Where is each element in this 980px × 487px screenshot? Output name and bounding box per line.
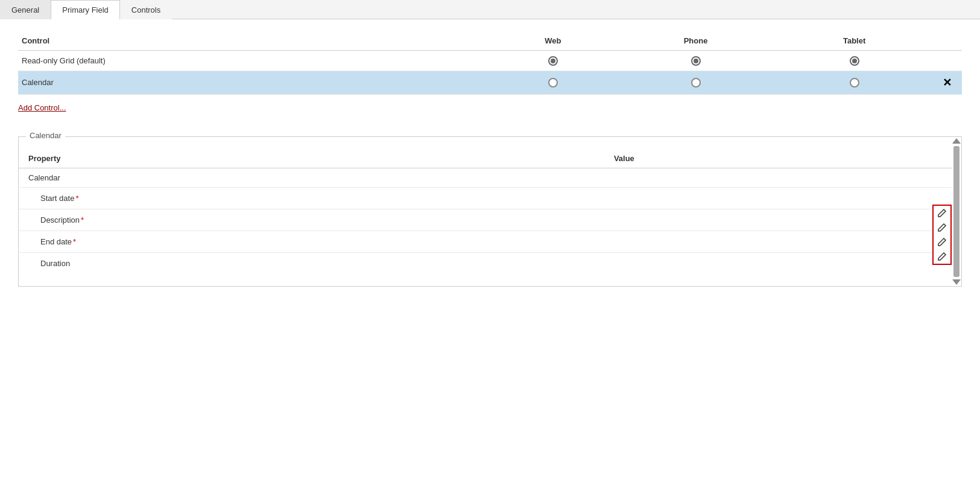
property-duration: Duration xyxy=(19,252,604,274)
edit-icons-group xyxy=(932,205,952,265)
property-table: Property Value Calendar Start date* xyxy=(19,149,952,274)
value-col-header: Value xyxy=(604,149,915,168)
property-label: Description xyxy=(40,215,80,224)
scroll-thumb[interactable] xyxy=(953,146,959,277)
property-section-header: Calendar xyxy=(19,168,952,187)
table-row: Read-only Grid (default) xyxy=(18,51,962,71)
tablet-radio-readonly[interactable] xyxy=(777,51,932,71)
tab-general[interactable]: General xyxy=(0,0,51,19)
table-row: Calendar ✕ xyxy=(18,71,962,94)
property-label: End date xyxy=(40,237,72,246)
edit-col-header xyxy=(915,149,952,168)
web-radio-calendar[interactable] xyxy=(492,71,615,94)
radio-checked-icon[interactable] xyxy=(691,56,701,66)
prop-col-header: Property xyxy=(19,149,604,168)
control-name: Calendar xyxy=(18,71,492,94)
phone-radio-readonly[interactable] xyxy=(615,51,777,71)
required-indicator: * xyxy=(75,194,78,203)
property-value xyxy=(604,187,915,209)
add-control-link[interactable]: Add Control... xyxy=(18,103,66,112)
tablet-radio-calendar[interactable] xyxy=(777,71,932,94)
property-description: Description* xyxy=(19,209,604,231)
scroll-up-arrow[interactable] xyxy=(952,138,961,144)
property-value xyxy=(604,252,915,274)
required-indicator: * xyxy=(73,237,76,246)
edit-duration-button[interactable] xyxy=(934,249,950,264)
calendar-properties-section: Calendar Property Value Calendar xyxy=(18,136,962,287)
required-indicator: * xyxy=(81,215,84,224)
radio-checked-icon[interactable] xyxy=(850,56,859,66)
section-label: Calendar xyxy=(19,168,604,187)
main-content: Control Web Phone Tablet Read-only Grid … xyxy=(0,19,980,299)
delete-calendar-button[interactable]: ✕ xyxy=(940,76,954,89)
calendar-section-title: Calendar xyxy=(26,131,65,140)
property-label: Duration xyxy=(40,259,70,268)
tab-primary-field[interactable]: Primary Field xyxy=(51,0,120,19)
scrollbar xyxy=(952,137,961,286)
property-value xyxy=(604,231,915,252)
col-header-web: Web xyxy=(492,31,615,51)
radio-unchecked-icon[interactable] xyxy=(548,78,558,88)
edit-end-date-button[interactable] xyxy=(934,235,950,249)
radio-checked-icon[interactable] xyxy=(548,56,558,66)
property-value xyxy=(604,209,915,231)
section-edit-empty xyxy=(915,168,952,187)
edit-description-button[interactable] xyxy=(934,220,950,235)
table-row: End date* xyxy=(19,231,952,252)
radio-unchecked-icon[interactable] xyxy=(850,78,859,88)
property-start-date: Start date* xyxy=(19,187,604,209)
radio-unchecked-icon[interactable] xyxy=(691,78,701,88)
property-label: Start date xyxy=(40,194,74,203)
controls-table: Control Web Phone Tablet Read-only Grid … xyxy=(18,31,962,95)
tab-controls[interactable]: Controls xyxy=(120,0,172,19)
section-value-empty xyxy=(604,168,915,187)
col-header-control: Control xyxy=(18,31,492,51)
table-row: Description* xyxy=(19,209,952,231)
web-radio-readonly[interactable] xyxy=(492,51,615,71)
property-end-date: End date* xyxy=(19,231,604,252)
table-row: Duration xyxy=(19,252,952,274)
col-header-tablet: Tablet xyxy=(777,31,932,51)
phone-radio-calendar[interactable] xyxy=(615,71,777,94)
scroll-down-arrow[interactable] xyxy=(952,279,961,285)
edit-start-date-button[interactable] xyxy=(934,206,950,220)
table-row: Start date* xyxy=(19,187,952,209)
tab-bar: General Primary Field Controls xyxy=(0,0,980,19)
col-header-phone: Phone xyxy=(615,31,777,51)
delete-control-cell: ✕ xyxy=(932,71,962,94)
control-name: Read-only Grid (default) xyxy=(18,51,492,71)
